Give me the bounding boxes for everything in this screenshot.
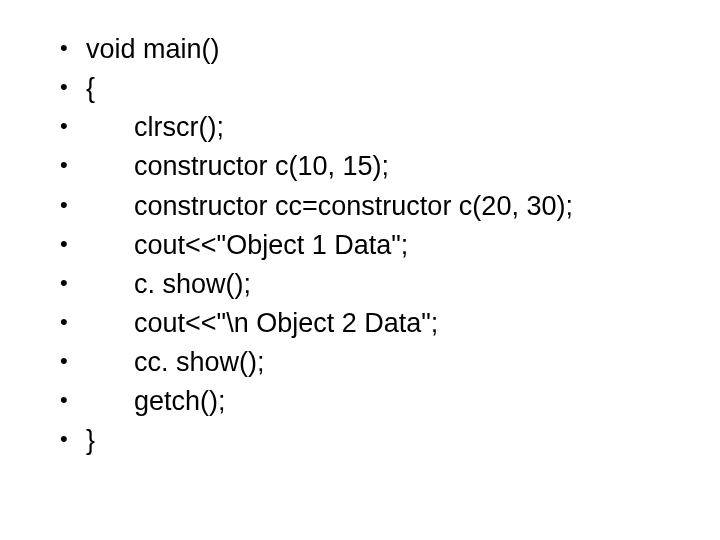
bullet-icon: • bbox=[60, 382, 86, 416]
bullet-icon: • bbox=[60, 108, 86, 142]
bullet-icon: • bbox=[60, 30, 86, 64]
code-text: { bbox=[86, 69, 95, 108]
code-line: • c. show(); bbox=[60, 265, 720, 304]
code-text: void main() bbox=[86, 30, 220, 69]
code-line: • void main() bbox=[60, 30, 720, 69]
code-text: c. show(); bbox=[86, 265, 251, 304]
code-text: getch(); bbox=[86, 382, 226, 421]
code-text: cout<<"Object 1 Data"; bbox=[86, 226, 408, 265]
bullet-icon: • bbox=[60, 265, 86, 299]
code-text: } bbox=[86, 421, 95, 460]
bullet-icon: • bbox=[60, 421, 86, 455]
bullet-icon: • bbox=[60, 69, 86, 103]
bullet-icon: • bbox=[60, 187, 86, 221]
code-text: clrscr(); bbox=[86, 108, 224, 147]
code-text: cout<<"\n Object 2 Data"; bbox=[86, 304, 438, 343]
code-text: constructor c(10, 15); bbox=[86, 147, 389, 186]
code-line: • getch(); bbox=[60, 382, 720, 421]
code-text: constructor cc=constructor c(20, 30); bbox=[86, 187, 573, 226]
bullet-icon: • bbox=[60, 147, 86, 181]
code-line: • cout<<"Object 1 Data"; bbox=[60, 226, 720, 265]
code-line: • cc. show(); bbox=[60, 343, 720, 382]
code-line: • cout<<"\n Object 2 Data"; bbox=[60, 304, 720, 343]
code-line: • } bbox=[60, 421, 720, 460]
code-line: • clrscr(); bbox=[60, 108, 720, 147]
code-line: • { bbox=[60, 69, 720, 108]
code-line: • constructor c(10, 15); bbox=[60, 147, 720, 186]
bullet-icon: • bbox=[60, 304, 86, 338]
slide: • void main() • { • clrscr(); • construc… bbox=[0, 0, 720, 540]
code-line: • constructor cc=constructor c(20, 30); bbox=[60, 187, 720, 226]
bullet-icon: • bbox=[60, 343, 86, 377]
bullet-icon: • bbox=[60, 226, 86, 260]
code-text: cc. show(); bbox=[86, 343, 265, 382]
